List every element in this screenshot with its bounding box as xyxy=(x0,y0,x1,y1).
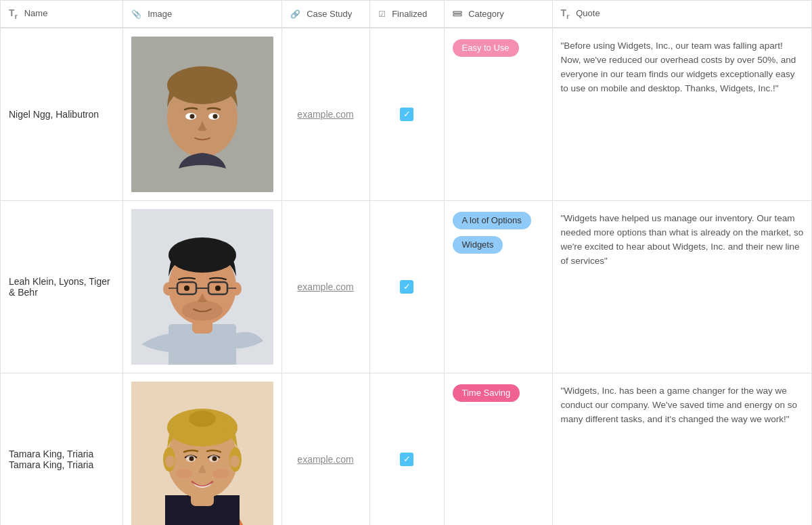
svg-point-24 xyxy=(184,286,189,291)
badge-easy-to-use: Easy to Use xyxy=(453,39,519,57)
person-image-1 xyxy=(131,37,273,192)
col-header-casestudy[interactable]: 🔗 Case Study xyxy=(281,1,369,28)
name-cell-3: Tamara King, Triaria Tamara King, Triari… xyxy=(1,373,122,525)
badge-widgets: Widgets xyxy=(453,236,503,254)
person-image-3 xyxy=(131,382,273,525)
name-cell-1: Nigel Ngg, Halibutron xyxy=(1,28,122,201)
svg-point-40 xyxy=(189,456,194,461)
col-header-finalized[interactable]: ☑ Finalized xyxy=(369,1,444,28)
col-header-category[interactable]: Category xyxy=(444,1,552,28)
svg-point-18 xyxy=(231,282,242,296)
finalized-cell-1[interactable]: ✓ xyxy=(369,28,444,201)
table-header-row: Tr Name 📎 Image 🔗 Case Study ☑ Finalized xyxy=(1,1,812,28)
quote-cell-3: "Widgets, Inc. has been a game changer f… xyxy=(552,373,812,525)
svg-point-41 xyxy=(212,456,217,461)
svg-rect-0 xyxy=(453,12,461,14)
table-row: Tamara King, Triaria Tamara King, Triari… xyxy=(1,373,812,525)
case-study-link-2[interactable]: example.com xyxy=(297,281,353,292)
category-cell-1: Easy to Use xyxy=(444,28,552,201)
svg-point-43 xyxy=(212,469,229,478)
quote-text-3: "Widgets, Inc. has been a game changer f… xyxy=(561,386,798,424)
image-cell-2 xyxy=(122,200,281,373)
case-study-link-3[interactable]: example.com xyxy=(297,454,353,465)
person-name-1: Nigel Ngg, Halibutron xyxy=(9,109,99,120)
table-row: Nigel Ngg, Halibutron xyxy=(1,28,812,201)
attach-icon: 📎 xyxy=(131,9,141,19)
main-table-wrapper: Tr Name 📎 Image 🔗 Case Study ☑ Finalized xyxy=(0,0,812,525)
checkbox-2[interactable]: ✓ xyxy=(400,280,413,294)
svg-point-17 xyxy=(163,282,174,296)
svg-point-26 xyxy=(182,300,223,321)
quote-text-2: "Widgets have helped us manage our inven… xyxy=(561,213,804,266)
casestudy-cell-2[interactable]: example.com xyxy=(281,200,369,373)
person-name-3: Tamara King, Triaria Tamara King, Triari… xyxy=(9,449,93,470)
svg-point-42 xyxy=(176,469,192,478)
image-cell-1 xyxy=(122,28,281,201)
col-finalized-label: Finalized xyxy=(392,9,427,19)
sort-icon2: Tr xyxy=(561,7,570,20)
col-name-label: Name xyxy=(24,8,48,18)
person-name-2: Leah Klein, Lyons, Tiger & Behr xyxy=(9,276,110,298)
svg-point-35 xyxy=(189,411,216,427)
badge-lot-of-options: A lot of Options xyxy=(453,212,531,229)
checkbox-3[interactable]: ✓ xyxy=(400,453,413,466)
table-row: Leah Klein, Lyons, Tiger & Behr xyxy=(1,200,812,373)
svg-point-9 xyxy=(189,114,194,118)
casestudy-cell-1[interactable]: example.com xyxy=(281,28,369,201)
checkbox-1[interactable]: ✓ xyxy=(400,108,413,121)
svg-rect-1 xyxy=(453,14,461,16)
quote-cell-1: "Before using Widgets, Inc., our team wa… xyxy=(552,28,812,201)
data-table: Tr Name 📎 Image 🔗 Case Study ☑ Finalized xyxy=(1,1,812,525)
col-header-quote[interactable]: Tr Quote xyxy=(552,1,812,28)
col-image-label: Image xyxy=(148,9,172,19)
person-image-2 xyxy=(131,209,273,365)
layers-icon xyxy=(453,9,462,19)
quote-cell-2: "Widgets have helped us manage our inven… xyxy=(552,200,812,373)
finalized-cell-3[interactable]: ✓ xyxy=(369,373,444,525)
name-cell-2: Leah Klein, Lyons, Tiger & Behr xyxy=(1,200,122,373)
col-casestudy-label: Case Study xyxy=(307,9,352,19)
casestudy-cell-3[interactable]: example.com xyxy=(281,373,369,525)
image-cell-3 xyxy=(122,373,281,525)
svg-point-37 xyxy=(230,455,240,467)
quote-text-1: "Before using Widgets, Inc., our team wa… xyxy=(561,41,796,93)
col-header-name[interactable]: Tr Name xyxy=(1,1,122,28)
svg-point-10 xyxy=(212,114,217,118)
category-cell-3: Time Saving xyxy=(444,373,552,525)
svg-point-36 xyxy=(165,455,175,467)
finalized-cell-2[interactable]: ✓ xyxy=(369,200,444,373)
link-icon: 🔗 xyxy=(290,9,300,19)
svg-point-25 xyxy=(215,286,221,291)
case-study-link-1[interactable]: example.com xyxy=(297,109,353,120)
check-box-icon: ☑ xyxy=(378,9,386,19)
col-quote-label: Quote xyxy=(576,8,600,18)
badge-time-saving: Time Saving xyxy=(453,384,520,402)
col-header-image[interactable]: 📎 Image xyxy=(122,1,281,28)
sort-icon: Tr xyxy=(9,7,18,20)
category-cell-2: A lot of Options Widgets xyxy=(444,200,552,373)
col-category-label: Category xyxy=(468,9,504,19)
